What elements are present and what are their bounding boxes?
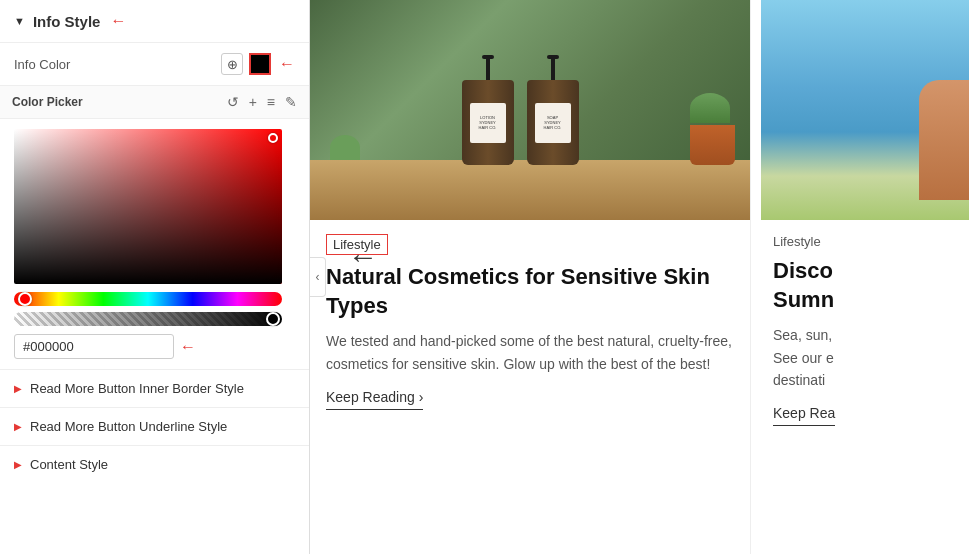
red-arrow-color-indicator: ← — [279, 55, 295, 73]
blog-card-1: LOTIONSYDNEYHAIR CO. SOAPSYDNEYHAIR CO. — [310, 0, 750, 554]
wooden-shelf — [310, 160, 750, 220]
blog-content-area: ← LOTIONSYDNEYHAIR CO. — [310, 0, 969, 554]
bottle-pump-2 — [551, 55, 555, 80]
blog-excerpt-2-partial: Sea, sun, See our e destinati — [773, 324, 957, 391]
right-panel: ‹ ← LOTIONSYDNEYHAIR CO. — [310, 0, 969, 554]
caret-icon-2: ▶ — [14, 421, 22, 432]
blog-read-more-2-partial[interactable]: Keep Rea — [773, 405, 835, 426]
eyedropper-icon[interactable]: ✎ — [285, 94, 297, 110]
panel-toggle-button[interactable]: ‹ — [310, 257, 326, 297]
succulent — [330, 135, 360, 160]
color-gradient-picker[interactable] — [14, 129, 282, 284]
blog-category-2: Lifestyle — [773, 234, 957, 249]
read-more-inner-border-label: Read More Button Inner Border Style — [30, 381, 244, 396]
info-color-label: Info Color — [14, 57, 70, 72]
person-arm — [919, 80, 969, 200]
bottle-pump-1 — [486, 55, 490, 80]
back-arrow-icon: ← — [348, 240, 378, 273]
gradient-cursor — [268, 133, 278, 143]
gradient-dark — [14, 129, 282, 284]
read-more-underline-label: Read More Button Underline Style — [30, 419, 227, 434]
left-panel: ▼ Info Style ← Info Color ⊕ ← Color Pick… — [0, 0, 310, 554]
content-style-label: Content Style — [30, 457, 108, 472]
alpha-thumb — [266, 312, 280, 326]
read-more-arrow-1: › — [419, 389, 424, 405]
hue-slider-container — [14, 292, 295, 306]
blog-card-2-image — [761, 0, 969, 220]
info-color-controls: ⊕ ← — [221, 53, 295, 75]
color-picker-title: Color Picker — [12, 95, 217, 109]
blog-card-1-image: LOTIONSYDNEYHAIR CO. SOAPSYDNEYHAIR CO. — [310, 0, 750, 220]
travel-image-bg — [761, 0, 969, 220]
read-more-underline-header[interactable]: ▶ Read More Button Underline Style — [0, 408, 309, 445]
blog-card-2-partial: Lifestyle Disco Sumn Sea, sun, See our e… — [751, 0, 969, 554]
read-more-text-1: Keep Reading — [326, 389, 415, 405]
caret-icon: ▶ — [14, 383, 22, 394]
back-arrow-button[interactable]: ← — [348, 240, 378, 274]
list-icon[interactable]: ≡ — [267, 94, 275, 110]
globe-icon[interactable]: ⊕ — [221, 53, 243, 75]
blog-title-1: Natural Cosmetics for Sensitive Skin Typ… — [326, 263, 734, 320]
red-arrow-indicator: ← — [110, 12, 126, 30]
info-style-title: Info Style — [33, 13, 101, 30]
info-style-header[interactable]: ▼ Info Style ← — [0, 0, 309, 43]
bottle-body-1: LOTIONSYDNEYHAIR CO. — [462, 80, 514, 165]
blog-excerpt-1: We tested and hand-picked some of the be… — [326, 330, 734, 375]
plant-pot — [690, 93, 735, 165]
hex-input-row: ← — [14, 334, 295, 359]
blog-card-2-text: Lifestyle Disco Sumn Sea, sun, See our e… — [761, 220, 969, 440]
blog-read-more-link-1[interactable]: Keep Reading › — [326, 389, 423, 410]
blog-title-2-partial: Disco Sumn — [773, 257, 957, 314]
hex-input[interactable] — [14, 334, 174, 359]
read-more-underline-section: ▶ Read More Button Underline Style — [0, 407, 309, 445]
bottle-label-soap: SOAPSYDNEYHAIR CO. — [535, 103, 571, 143]
bottle-soap: SOAPSYDNEYHAIR CO. — [525, 55, 580, 165]
hue-thumb — [18, 292, 32, 306]
alpha-slider-container — [14, 312, 295, 326]
bottle-body-2: SOAPSYDNEYHAIR CO. — [527, 80, 579, 165]
alpha-slider[interactable] — [14, 312, 282, 326]
add-icon[interactable]: + — [249, 94, 257, 110]
info-color-row: Info Color ⊕ ← — [0, 43, 309, 85]
chevron-down-icon: ▼ — [14, 15, 25, 27]
soap-bg: LOTIONSYDNEYHAIR CO. SOAPSYDNEYHAIR CO. — [310, 0, 750, 220]
read-more-inner-border-section: ▶ Read More Button Inner Border Style — [0, 369, 309, 407]
color-swatch-black[interactable] — [249, 53, 271, 75]
caret-icon-3: ▶ — [14, 459, 22, 470]
pot-body — [690, 125, 735, 165]
reset-icon[interactable]: ↺ — [227, 94, 239, 110]
panel-toggle-icon: ‹ — [316, 270, 320, 284]
color-picker-header: Color Picker ↺ + ≡ ✎ — [0, 85, 309, 119]
bottle-lotion: LOTIONSYDNEYHAIR CO. — [460, 55, 515, 165]
bottle-label-lotion: LOTIONSYDNEYHAIR CO. — [470, 103, 506, 143]
hex-arrow-indicator: ← — [180, 338, 196, 356]
succulent-body — [330, 135, 360, 160]
plant-leaves — [690, 93, 730, 123]
content-style-section: ▶ Content Style — [0, 445, 309, 483]
read-more-inner-border-header[interactable]: ▶ Read More Button Inner Border Style — [0, 370, 309, 407]
hue-slider[interactable] — [14, 292, 282, 306]
content-style-header[interactable]: ▶ Content Style — [0, 446, 309, 483]
color-picker-container: Color Picker ↺ + ≡ ✎ ← — [0, 85, 309, 369]
